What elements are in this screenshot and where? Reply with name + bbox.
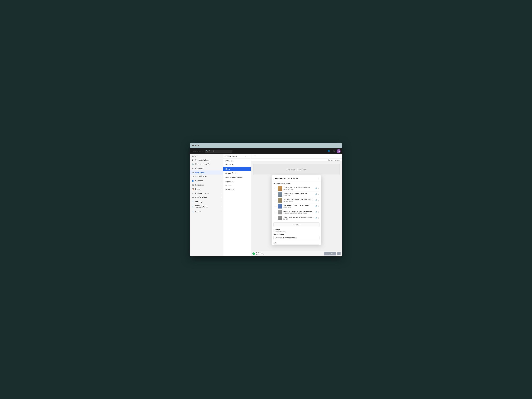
sidebar-label: Spezielle Seite <box>195 176 219 177</box>
nav-item-33-gruende[interactable]: 33 gute Gründe <box>223 171 251 175</box>
testimonial-info: Faire Preise und zügige Ausführung des A… <box>284 216 314 220</box>
testimonial-item: ⋮⋮ Faire Preise und zügige Ausführung de… <box>273 215 319 221</box>
link-icon[interactable]: 🔗 <box>315 199 317 201</box>
traffic-light-maximize[interactable] <box>197 145 199 146</box>
sidebar-label: Kategorien <box>195 184 219 186</box>
testimonial-item: ⋮⋮ Herr Kautz war die Rettung für mich u… <box>273 197 319 203</box>
item-actions: 🔗 🗑 <box>315 199 319 201</box>
chevron-icon: › <box>221 168 221 169</box>
more-options-icon[interactable]: ⋮ <box>338 155 340 157</box>
sidebar-item-kundenrezension[interactable]: ★ Kundenrezension › <box>190 191 223 195</box>
add-item-button[interactable]: + Add item <box>273 222 319 227</box>
link-icon[interactable]: 🔗 <box>315 211 317 213</box>
sidebar-item-inhaltsseiten[interactable]: ⊞ Inhaltsseiten › <box>190 171 223 175</box>
current-version-row: Current version ⌄ <box>251 159 342 162</box>
circle-icon-btn[interactable]: ⊙ <box>332 149 336 153</box>
content-area: Drop image Paste image Edit Referenzen H… <box>251 162 342 251</box>
sidebar-item-b2b-rezension[interactable]: 🖥 B2B Rezension › <box>190 195 223 200</box>
link-icon[interactable]: 🔗 <box>315 187 317 189</box>
modal-close-button[interactable]: ✕ <box>318 177 319 179</box>
delete-icon[interactable]: 🗑 <box>318 211 319 213</box>
sidebar: Inhalt ⚙ Seiteneinstellungen › 🏢 Unterne… <box>190 154 223 256</box>
drag-handle-icon[interactable]: ⋮⋮ <box>273 217 277 219</box>
chevron-icon: › <box>221 176 221 177</box>
app-container: ma-ka-bau ✏ 🔍 🌐 ⊙ DS Inhalt ⚙ Seiteneins… <box>190 148 342 256</box>
nav-item-leistungen[interactable]: Leistungen <box>223 159 251 163</box>
sidebar-item-seiteneinstellungen[interactable]: ⚙ Seiteneinstellungen › <box>190 158 223 162</box>
version-chevron-icon[interactable]: ⌄ <box>339 159 340 161</box>
sidebar-item-partner[interactable]: 📄 Partner › <box>190 209 223 214</box>
testimonial-title: Faire Preise und zügige Ausführung des A… <box>284 216 314 218</box>
drag-handle-icon[interactable]: ⋮⋮ <box>273 199 277 201</box>
testimonial-title: Qualität & Leistung stehen in einem sehr… <box>284 211 314 212</box>
sidebar-item-kunde[interactable]: 📋 Kunde › <box>190 187 223 191</box>
nav-item-referenzen[interactable]: Referenzen <box>223 188 251 192</box>
content-panel: Content Pages ⊕ ⋮ Leistungen Über mich H… <box>223 154 251 256</box>
testimonial-item: ⋮⋮ Spaß an der Arbeit zahlt sich sich au… <box>273 185 319 191</box>
page-title: Home <box>253 155 337 157</box>
traffic-light-minimize[interactable] <box>195 145 196 146</box>
edit-icon[interactable]: ✏ <box>202 150 203 152</box>
sidebar-label: Partner <box>195 211 219 213</box>
sidebar-item-grund[interactable]: 📄 Grund für gute Zusammenarbeit › <box>190 204 223 209</box>
chevron-icon: › <box>221 164 221 165</box>
delete-icon[interactable]: 🗑 <box>318 217 319 219</box>
ziel-section: Ziel 🔗 Referenzen ✕ ⌄ <box>273 242 319 245</box>
drag-handle-icon[interactable]: ⋮⋮ <box>273 193 277 195</box>
nav-item-ueber-mich[interactable]: Über mich <box>223 163 251 167</box>
beschriftung-input[interactable] <box>273 236 319 240</box>
sidebar-item-unternehmensinfos[interactable]: 🏢 Unternehmensinfos › <box>190 162 223 166</box>
testimonial-subtitle: Markus Gartner <box>284 200 314 202</box>
testimonial-subtitle: Katrin Teudt <box>284 206 314 208</box>
testimonial-info: Spaß an der Arbeit zahlt sich sich aus. … <box>284 187 314 190</box>
delete-icon[interactable]: 🗑 <box>318 187 319 189</box>
main-content: Home ⋮ Current version ⌄ Drop image Past… <box>251 154 342 256</box>
testimonial-subtitle: B. Dahlinger <box>284 194 314 196</box>
testimonial-info: Lackierung der Veranda Brüstung B. Dahli… <box>284 193 314 196</box>
sidebar-item-spezielle-seite[interactable]: 🗂 Spezielle Seite › <box>190 175 223 179</box>
search-bar[interactable]: 🔍 <box>205 150 233 153</box>
user-avatar[interactable]: DS <box>337 149 341 153</box>
sidebar-label: Kundenrezension <box>195 192 219 194</box>
link-icon[interactable]: 🔗 <box>315 217 317 219</box>
more-content-icon[interactable]: ⋮ <box>247 155 249 157</box>
content-panel-header: Content Pages ⊕ ⋮ <box>223 154 251 159</box>
delete-icon[interactable]: 🗑 <box>318 193 319 195</box>
drag-handle-icon[interactable]: ⋮⋮ <box>273 205 277 207</box>
publish-button[interactable]: ↑ Publish <box>324 252 336 255</box>
sidebar-label: Kunde <box>195 188 219 190</box>
testimonial-item: ⋮⋮ Meine Wohnzimmertür ist ein Traum! Ka… <box>273 203 319 209</box>
nav-item-partner[interactable]: Partner <box>223 184 251 188</box>
published-label: Published <box>256 252 264 254</box>
sidebar-item-blogartikel[interactable]: ▽ Blogartikel › <box>190 166 223 171</box>
published-dot <box>253 253 255 255</box>
delete-icon[interactable]: 🗑 <box>318 199 319 201</box>
panel-actions: ⊕ ⋮ <box>245 155 249 157</box>
drag-handle-icon[interactable]: ⋮⋮ <box>273 211 277 213</box>
chevron-icon: › <box>221 206 221 207</box>
nav-item-impressum[interactable]: Impressum <box>223 179 251 184</box>
link-icon[interactable]: 🔗 <box>315 193 317 195</box>
link-icon[interactable]: 🔗 <box>315 205 317 207</box>
search-input[interactable] <box>209 150 231 152</box>
chevron-icon: › <box>221 180 221 182</box>
nav-item-datenschutz[interactable]: Datenschutzerklärung <box>223 175 251 179</box>
drag-handle-icon[interactable]: ⋮⋮ <box>273 187 277 189</box>
traffic-light-close[interactable] <box>192 145 194 146</box>
chevron-icon: › <box>221 201 221 203</box>
zielseite-label: Zielseite <box>273 229 319 231</box>
add-content-icon[interactable]: ⊕ <box>245 155 247 157</box>
sidebar-label: B2B Rezension <box>195 196 219 198</box>
delete-icon[interactable]: 🗑 <box>318 205 319 207</box>
published-info: Published Sep 22, 2021 <box>256 252 264 255</box>
globe-icon-btn[interactable]: 🌐 <box>327 149 330 153</box>
modal-overlay: Edit Referenzen Hero Teaser ✕ Testimonia… <box>251 162 342 251</box>
top-bar-actions: 🌐 ⊙ DS <box>327 149 341 153</box>
sidebar-item-personen[interactable]: 👤 Personen › <box>190 179 223 183</box>
sidebar-item-kategorien[interactable]: ⊞ Kategorien › <box>190 183 223 187</box>
sidebar-item-leistung[interactable]: 📄 Leistung › <box>190 200 223 204</box>
sidebar-label: Grund für gute Zusammenarbeit <box>195 205 219 209</box>
publish-caret-button[interactable]: ⌄ <box>337 252 341 255</box>
chevron-icon: › <box>221 159 221 161</box>
nav-item-home[interactable]: Home <box>223 167 251 171</box>
